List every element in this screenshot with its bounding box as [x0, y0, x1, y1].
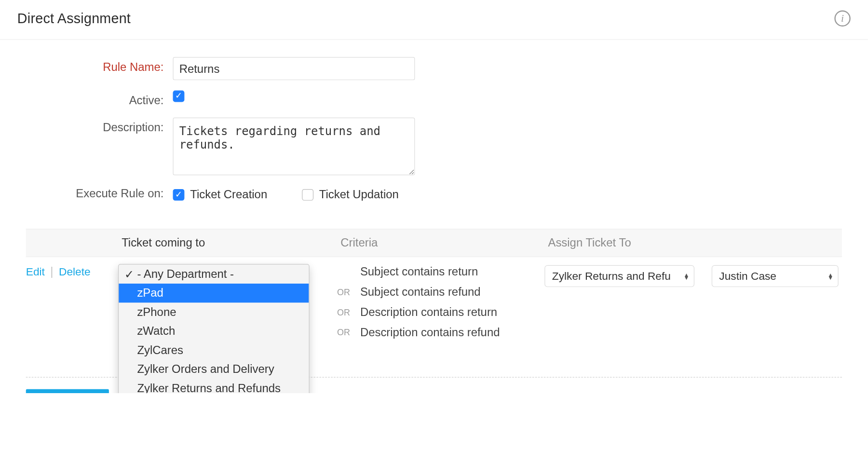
- assign-agent-select[interactable]: Justin Case ▲▼: [712, 265, 839, 287]
- info-icon[interactable]: i: [834, 11, 850, 27]
- rule-name-input[interactable]: [173, 57, 415, 80]
- th-ticket: Ticket coming to: [118, 236, 337, 249]
- targets-header-row: Ticket coming to Criteria Assign Ticket …: [26, 229, 842, 257]
- criteria-line: OR Subject contains refund: [337, 286, 544, 299]
- or-label: OR: [337, 328, 353, 337]
- label-description: Description:: [46, 118, 173, 135]
- assign-agent-value: Justin Case: [719, 270, 776, 282]
- rule-form: Rule Name: Active: Description: Execute …: [0, 40, 868, 217]
- page-title: Direct Assignment: [17, 11, 131, 27]
- add-target-button[interactable]: Add target: [26, 389, 109, 393]
- opt-ticket-updation[interactable]: Ticket Updation: [302, 188, 399, 201]
- dd-opt-any[interactable]: - Any Department -: [119, 265, 309, 284]
- criteria-text: Description contains refund: [360, 326, 500, 339]
- dd-opt-orders[interactable]: Zylker Orders and Delivery: [119, 360, 309, 379]
- ticket-updation-label: Ticket Updation: [319, 188, 399, 201]
- dd-opt-returns[interactable]: Zylker Returns and Refunds: [119, 379, 309, 393]
- dd-opt-zylcares[interactable]: ZylCares: [119, 341, 309, 359]
- select-caret-icon: ▲▼: [683, 273, 689, 279]
- edit-link[interactable]: Edit: [26, 266, 45, 278]
- criteria-text: Description contains return: [360, 305, 497, 318]
- criteria-text: Subject contains return: [360, 265, 478, 278]
- ticket-updation-checkbox[interactable]: [302, 189, 313, 200]
- select-caret-icon: ▲▼: [827, 273, 833, 279]
- department-cell: - Any Department - zPad zPhone zWatch Zy…: [118, 265, 337, 369]
- dd-opt-zpad[interactable]: zPad: [119, 284, 309, 302]
- assign-cell: Zylker Returns and Refu ▲▼ Justin Case ▲…: [544, 265, 867, 287]
- row-active: Active:: [46, 91, 822, 108]
- criteria-line: OR Description contains refund: [337, 326, 544, 339]
- criteria-text: Subject contains refund: [360, 286, 481, 299]
- or-label: OR: [337, 287, 353, 297]
- row-rule-name: Rule Name:: [46, 57, 822, 80]
- assign-team-value: Zylker Returns and Refu: [552, 270, 671, 282]
- opt-ticket-creation[interactable]: Ticket Creation: [173, 188, 268, 201]
- label-rule-name: Rule Name:: [46, 57, 173, 74]
- target-row: Edit | Delete - Any Department - zPad zP…: [26, 257, 842, 378]
- row-execute: Execute Rule on: Ticket Creation Ticket …: [46, 186, 822, 201]
- ticket-creation-checkbox[interactable]: [173, 189, 185, 200]
- department-dropdown[interactable]: - Any Department - zPad zPhone zWatch Zy…: [118, 264, 310, 393]
- th-criteria: Criteria: [337, 236, 544, 249]
- criteria-line: OR Description contains return: [337, 305, 544, 318]
- ticket-creation-label: Ticket Creation: [190, 188, 267, 201]
- th-assign: Assign Ticket To: [544, 236, 867, 249]
- criteria-line: OR Subject contains return: [337, 265, 544, 278]
- description-textarea[interactable]: [173, 118, 415, 176]
- active-checkbox[interactable]: [173, 91, 185, 102]
- execute-options: Ticket Creation Ticket Updation: [173, 186, 399, 201]
- label-active: Active:: [46, 91, 173, 108]
- page-header: Direct Assignment i: [0, 0, 868, 40]
- delete-link[interactable]: Delete: [59, 266, 91, 278]
- assign-team-select[interactable]: Zylker Returns and Refu ▲▼: [544, 265, 694, 287]
- row-description: Description:: [46, 118, 822, 176]
- or-label: OR: [337, 307, 353, 317]
- criteria-cell: OR Subject contains return OR Subject co…: [337, 265, 544, 339]
- row-actions: Edit | Delete: [26, 265, 118, 278]
- action-separator: |: [50, 265, 53, 278]
- dd-opt-zwatch[interactable]: zWatch: [119, 322, 309, 341]
- label-execute: Execute Rule on:: [46, 186, 173, 200]
- dd-opt-zphone[interactable]: zPhone: [119, 302, 309, 321]
- targets-table: Ticket coming to Criteria Assign Ticket …: [26, 229, 842, 377]
